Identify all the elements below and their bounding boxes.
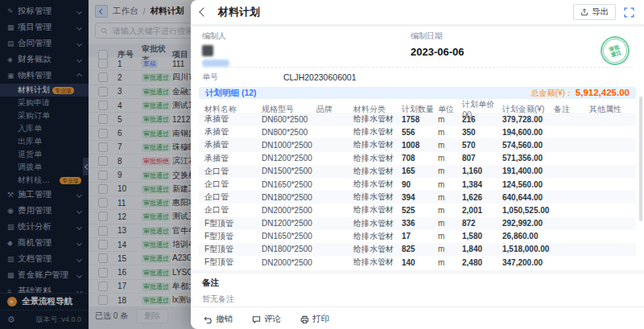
cell-qty: 17 <box>402 232 438 241</box>
cell-price: 1,580 <box>462 232 502 241</box>
drawer-back-button[interactable] <box>199 7 208 16</box>
cell-material-name: F型顶管 <box>199 257 262 268</box>
cell-price: 872 <box>462 219 502 228</box>
total-amount-value: 5,912,425.00 <box>576 88 630 97</box>
cell-category: 给排水管材 <box>353 113 402 125</box>
cell-price: 2,480 <box>462 258 502 267</box>
drawer-header-actions: 导出 <box>573 4 634 20</box>
detail-table: 材料名称 规格型号 品牌 材料分类 计划数量 单位 计划单价(¥) 计划金额(¥… <box>199 99 636 269</box>
export-label: 导出 <box>592 6 609 18</box>
export-icon <box>580 8 588 16</box>
info-section: 编制人 编制日期 2023-06-06 <box>191 27 644 64</box>
order-row: 单号 CLJH20230606001 <box>191 70 644 87</box>
col-brand: 品牌 <box>316 104 353 115</box>
cell-category: 给排水管材 <box>353 179 402 190</box>
table-row: F型顶管 DN1800*2500 给排水管材 825 m 1,840 1,518… <box>199 243 636 256</box>
cell-price: 1,626 <box>462 193 502 202</box>
comment-icon <box>252 315 261 324</box>
print-button[interactable]: 打印 <box>300 314 329 325</box>
cell-category: 给排水管材 <box>353 231 402 242</box>
cell-amount: 191,400.00 <box>502 167 554 175</box>
cell-material-name: 企口管 <box>199 204 262 216</box>
cell-unit: m <box>438 258 462 267</box>
cell-spec: DN600*2500 <box>262 115 316 124</box>
total-amount: 总金额(¥)： 5,912,425.00 <box>531 88 630 99</box>
cell-price: 2,001 <box>462 206 502 215</box>
cell-spec: DN1200*2500 <box>262 219 316 228</box>
cell-amount: 640,644.00 <box>502 193 554 202</box>
cell-material-name: 企口管 <box>199 166 262 177</box>
date-value: 2023-06-06 <box>411 46 464 58</box>
cell-qty: 90 <box>402 180 438 189</box>
print-label: 打印 <box>312 314 329 325</box>
cell-price: 807 <box>462 154 502 162</box>
cell-qty: 140 <box>402 258 438 267</box>
cell-unit: m <box>438 232 462 241</box>
order-value: CLJH20230606001 <box>283 72 357 82</box>
cell-unit: m <box>438 245 462 253</box>
cell-spec: DN2000*2500 <box>262 258 316 267</box>
cell-unit: m <box>438 180 462 189</box>
cell-qty: 394 <box>402 193 438 202</box>
drawer-header: 材料计划 导出 <box>191 0 644 24</box>
cell-category: 给排水管材 <box>353 166 402 177</box>
cell-category: 给排水管材 <box>353 139 402 150</box>
cell-unit: m <box>438 193 462 202</box>
cell-spec: DN1200*2500 <box>262 154 316 162</box>
table-row: 企口管 DN1800*2500 给排水管材 394 m 1,626 640,64… <box>199 191 636 204</box>
cell-price: 350 <box>462 128 502 137</box>
comment-label: 评论 <box>264 314 281 325</box>
cell-amount: 26,860.00 <box>502 232 554 241</box>
drawer-title: 材料计划 <box>218 5 260 19</box>
cell-amount: 292,992.00 <box>502 219 554 228</box>
cell-qty: 708 <box>402 154 438 162</box>
col-spec: 规格型号 <box>262 104 316 115</box>
cell-unit: m <box>438 154 462 162</box>
fullscreen-button[interactable] <box>624 7 634 18</box>
cell-material-name: F型顶管 <box>199 218 262 229</box>
cell-amount: 347,200.00 <box>502 258 554 267</box>
cell-qty: 1758 <box>402 115 438 124</box>
remark-section: 备注 暂无备注 <box>191 273 644 306</box>
cell-unit: m <box>438 206 462 215</box>
cell-unit: m <box>438 115 462 124</box>
cell-price: 216 <box>462 115 502 124</box>
cell-material-name: 承插管 <box>199 139 262 150</box>
detail-table-header: 材料名称 规格型号 品牌 材料分类 计划数量 单位 计划单价(¥) 计划金额(¥… <box>199 99 636 113</box>
cell-spec: DN1500*2500 <box>262 167 316 175</box>
table-row: F型顶管 DN1200*2500 给排水管材 336 m 872 292,992… <box>199 217 636 230</box>
remark-empty-text: 暂无备注 <box>202 294 633 305</box>
cell-category: 给排水管材 <box>353 153 402 164</box>
col-remark: 备注 <box>554 104 589 115</box>
cell-spec: DN1800*2500 <box>262 193 316 202</box>
col-other: 其他属性 <box>589 104 636 115</box>
cell-qty: 525 <box>402 206 438 215</box>
cell-amount: 124,560.00 <box>502 180 554 189</box>
total-amount-label: 总金额(¥)： <box>531 88 573 99</box>
cell-material-name: 企口管 <box>199 179 262 190</box>
cell-amount: 574,560.00 <box>502 141 554 150</box>
cell-price: 1,384 <box>462 180 502 189</box>
cell-spec: DN800*2500 <box>262 128 316 137</box>
cell-qty: 165 <box>402 167 438 175</box>
export-button[interactable]: 导出 <box>573 4 616 20</box>
cell-spec: DN1650*2500 <box>262 180 316 189</box>
cell-category: 给排水管材 <box>353 191 402 203</box>
creator-name-redacted <box>202 60 229 67</box>
cell-unit: m <box>438 167 462 175</box>
cell-price: 1,160 <box>462 167 502 175</box>
cell-category: 给排水管材 <box>353 204 402 216</box>
col-qty: 计划数量 <box>402 104 438 115</box>
comment-button[interactable]: 评论 <box>252 314 281 325</box>
date-label: 编制日期 <box>411 31 464 42</box>
cell-material-name: 承插管 <box>199 153 262 164</box>
fullscreen-icon <box>624 7 634 18</box>
drawer-scrollbar[interactable] <box>639 97 642 221</box>
table-row: F型顶管 DN1650*2500 给排水管材 17 m 1,580 26,860… <box>199 230 636 243</box>
cell-qty: 1008 <box>402 141 438 150</box>
dashed-divider <box>202 67 633 68</box>
cell-category: 给排水管材 <box>353 244 402 255</box>
approval-stamp-text: 审批通过 <box>607 43 624 58</box>
undo-button[interactable]: 撤销 <box>204 314 233 325</box>
print-icon <box>300 315 309 324</box>
